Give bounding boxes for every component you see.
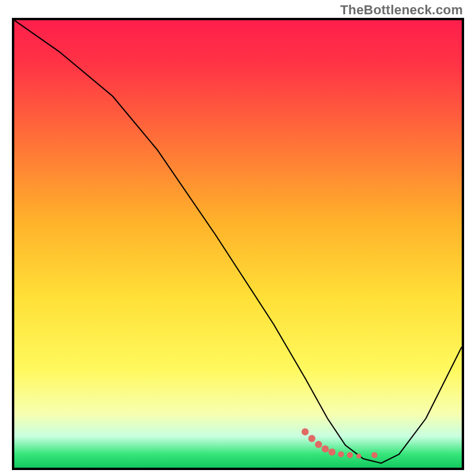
chart-frame [12,18,464,470]
bottleneck-curve [14,20,462,464]
highlight-cluster [302,428,378,459]
highlight-marker [302,428,309,436]
highlight-marker [347,452,353,458]
highlight-marker [371,452,377,458]
watermark-text: TheBottleneck.com [340,2,463,18]
highlight-marker [315,441,322,448]
highlight-marker [308,435,315,442]
chart-curve-layer [14,20,462,468]
highlight-marker [356,453,361,458]
highlight-marker [338,451,344,457]
highlight-marker [322,445,329,452]
highlight-marker [328,449,336,456]
